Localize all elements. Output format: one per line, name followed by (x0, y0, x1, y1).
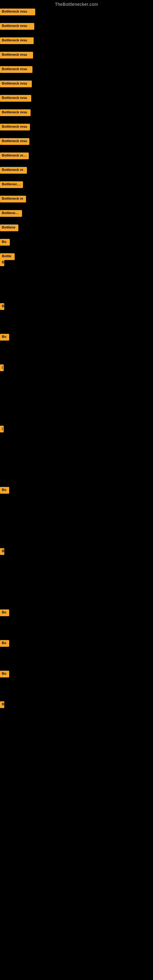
bottleneck-result-item[interactable]: | (0, 364, 4, 371)
bottleneck-result-item[interactable]: Bottleneck resu (0, 124, 30, 130)
bottleneck-result-item[interactable]: Bottleneck re (0, 167, 27, 173)
bottleneck-result-item[interactable]: Bottleneck resu (0, 37, 33, 44)
bottleneck-result-item[interactable]: Bottleneck resu (0, 109, 30, 116)
bottleneck-result-item[interactable]: Bottleneck resu (0, 9, 35, 15)
bottleneck-result-item[interactable]: Bottleneck resu (0, 95, 31, 102)
bottleneck-result-item[interactable]: Bo (0, 671, 9, 678)
bottleneck-result-item[interactable]: B (0, 701, 4, 708)
bottleneck-result-item[interactable]: | (0, 426, 4, 433)
bottleneck-result-item[interactable]: Bottleneck r (0, 181, 23, 188)
bottleneck-result-item[interactable]: Bottleneck resu (0, 23, 34, 30)
bottleneck-result-item[interactable]: Bottleneck resu (0, 66, 32, 73)
bottleneck-result-item[interactable]: B (0, 548, 4, 555)
site-title: TheBottlenecker.com (0, 0, 153, 8)
bottleneck-result-item[interactable]: B (0, 259, 4, 266)
bottleneck-result-item[interactable]: Bottle (0, 253, 15, 260)
bottleneck-result-item[interactable]: Bo (0, 487, 9, 494)
bottleneck-result-item[interactable]: Bottleneck resu (0, 153, 29, 159)
bottleneck-result-item[interactable]: Bottleneck r (0, 210, 22, 217)
bottleneck-result-item[interactable]: Bo (0, 609, 9, 616)
bottleneck-result-item[interactable]: Bottleneck resu (0, 52, 33, 59)
bottleneck-result-item[interactable]: Bottleneck resu (0, 81, 32, 87)
bottleneck-result-item[interactable]: Bo (0, 239, 10, 246)
bottleneck-result-item[interactable]: Bo (0, 334, 9, 340)
bottleneck-result-item[interactable]: Bottleneck resu (0, 138, 29, 145)
bottleneck-result-item[interactable]: Bo (0, 640, 9, 647)
bottleneck-result-item[interactable]: Bottleneck re (0, 196, 26, 202)
bottleneck-result-item[interactable]: B (0, 303, 4, 310)
bottleneck-result-item[interactable]: Bottlene (0, 224, 18, 231)
